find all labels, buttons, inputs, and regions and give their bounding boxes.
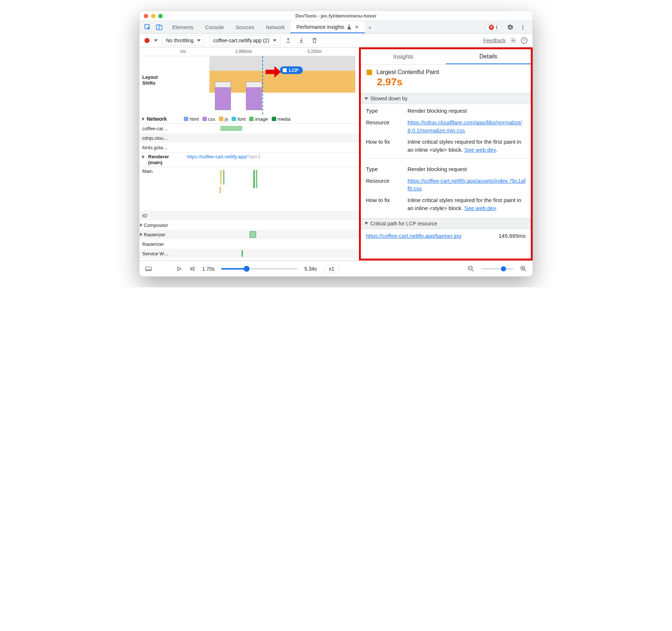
- lcp-marker-badge[interactable]: LCP: [280, 66, 303, 74]
- thread-row[interactable]: Compositor: [139, 220, 359, 230]
- legend-image: image: [255, 116, 268, 122]
- panel-tabbar: Elements Console Sources Network Perform…: [139, 21, 533, 34]
- expand-icon[interactable]: [142, 117, 144, 121]
- chevron-down-icon: [364, 222, 368, 225]
- zoom-in-icon[interactable]: [520, 266, 527, 272]
- record-button[interactable]: [144, 38, 150, 43]
- expand-icon[interactable]: [140, 233, 142, 236]
- detail-row-resource: Resourcehttps://cdnjs.cloudflare.com/aja…: [361, 116, 531, 135]
- ruler-tick: 3,200m: [307, 49, 322, 54]
- detail-row-type: TypeRender blocking request: [361, 104, 531, 116]
- panel-settings-icon[interactable]: [510, 37, 517, 44]
- critical-path-header[interactable]: Critical path for LCP resource: [361, 218, 531, 229]
- close-tab-icon[interactable]: ✕: [355, 24, 359, 30]
- inspect-element-icon[interactable]: [144, 24, 151, 31]
- renderer-url[interactable]: https://coffee-cart.netlify.app/?ad=1: [187, 154, 260, 159]
- error-count: 1: [495, 25, 498, 30]
- help-icon[interactable]: ?: [521, 37, 528, 44]
- thread-name: Compositor: [144, 222, 177, 228]
- svg-rect-10: [146, 269, 151, 270]
- time-end: 5.34s: [304, 266, 317, 272]
- resource-link[interactable]: https://coffee-cart.netlify.app/assets/i…: [408, 178, 526, 192]
- svg-rect-2: [159, 26, 162, 30]
- tab-insights[interactable]: Insights: [361, 49, 446, 64]
- tab-elements[interactable]: Elements: [166, 21, 199, 33]
- layout-shifts-canvas[interactable]: LCP: [180, 56, 359, 115]
- thread-row[interactable]: Service W…: [139, 249, 359, 258]
- throttling-value: No throttling: [166, 38, 193, 43]
- network-row-name: cdnjs.clou…: [142, 135, 180, 141]
- thread-row[interactable]: Rasterizer: [139, 239, 359, 249]
- tab-sources[interactable]: Sources: [230, 21, 260, 33]
- play-icon[interactable]: [176, 266, 182, 272]
- legend-font: font: [237, 116, 246, 122]
- svg-point-6: [513, 39, 514, 41]
- detail-row-fix: How to fixInline critical styles require…: [361, 193, 531, 213]
- feedback-link[interactable]: Feedback: [483, 38, 506, 43]
- section-title: Critical path for LCP resource: [370, 221, 437, 227]
- lcp-square-icon: [283, 68, 287, 72]
- timeline-scrubber[interactable]: [221, 268, 298, 270]
- webdev-link[interactable]: See web.dev: [464, 147, 496, 153]
- more-tabs-button[interactable]: »: [365, 21, 375, 33]
- section-title: Slowed down by: [370, 96, 408, 101]
- tab-label: Performance insights: [296, 24, 344, 30]
- detail-row-resource: Resourcehttps://coffee-cart.netlify.app/…: [361, 174, 531, 194]
- delete-icon[interactable]: [311, 37, 318, 44]
- thread-row[interactable]: IO: [139, 211, 359, 220]
- webdev-link[interactable]: See web.dev: [464, 205, 496, 211]
- tab-performance-insights[interactable]: Performance insights ✕: [290, 21, 365, 33]
- thread-row[interactable]: Rasterizer: [139, 230, 359, 239]
- network-row[interactable]: fonts.gsta…: [139, 143, 359, 152]
- window-title: DevTools - jec.fyi/demo/menu-hover: [139, 13, 533, 19]
- critical-path-row: https://coffee-cart.netlify.app/banner.j…: [361, 229, 531, 243]
- slowed-down-header[interactable]: Slowed down by: [361, 93, 531, 104]
- detail-row-type: TypeRender blocking request: [361, 162, 531, 174]
- tab-details[interactable]: Details: [446, 49, 531, 64]
- recording-select[interactable]: coffee-cart.netlify.app (2): [209, 35, 281, 46]
- network-row[interactable]: coffee-car…: [139, 124, 359, 133]
- legend-media: media: [278, 116, 290, 122]
- resource-link[interactable]: https://cdnjs.cloudflare.com/ajax/libs/n…: [408, 119, 522, 133]
- zoom-out-icon[interactable]: [468, 266, 474, 272]
- thread-row-main[interactable]: Main: [139, 167, 359, 211]
- expand-icon[interactable]: [140, 223, 142, 227]
- device-toolbar-icon[interactable]: [156, 24, 163, 31]
- critical-path-link[interactable]: https://coffee-cart.netlify.app/banner.j…: [366, 233, 461, 239]
- layout-shifts-label: Layout Shifts: [139, 56, 180, 115]
- zoom-level[interactable]: x1: [324, 264, 340, 273]
- svg-rect-9: [146, 267, 151, 271]
- details-panel: Insights Details Largest Contentful Pain…: [359, 47, 533, 260]
- timeline-ruler: ms 2,880ms 3,200m: [139, 47, 359, 56]
- tab-network[interactable]: Network: [260, 21, 290, 33]
- devtools-window: DevTools - jec.fyi/demo/menu-hover Eleme…: [139, 11, 533, 276]
- footer-toolbar: 1.70s 5.34s x1: [139, 260, 533, 276]
- error-badge[interactable]: ✕ 1: [486, 24, 501, 31]
- record-menu-chevron-icon[interactable]: [154, 39, 158, 42]
- network-row-name: fonts.gsta…: [142, 145, 180, 150]
- ruler-tick: ms: [180, 49, 186, 54]
- throttling-select[interactable]: No throttling: [162, 35, 205, 46]
- layout-shift-thumbnail[interactable]: [246, 82, 262, 110]
- detail-row-fix: How to fixInline critical styles require…: [361, 135, 531, 155]
- thread-name: Rasterizer: [142, 241, 180, 247]
- lcp-region: [209, 56, 355, 93]
- network-row-name: coffee-car…: [142, 126, 180, 131]
- layout-shift-thumbnail[interactable]: [215, 82, 231, 110]
- settings-icon[interactable]: [507, 24, 514, 31]
- network-label: Network: [147, 116, 183, 122]
- recording-value: coffee-cart.netlify.app (2): [213, 38, 269, 43]
- skip-start-icon[interactable]: [189, 266, 196, 272]
- network-section-header: Network html css js font image media: [139, 115, 359, 124]
- network-row[interactable]: cdnjs.clou…: [139, 133, 359, 143]
- preview-icon[interactable]: [145, 266, 152, 272]
- tab-console[interactable]: Console: [199, 21, 229, 33]
- renderer-label: Renderer (main): [148, 154, 185, 165]
- import-icon[interactable]: [298, 37, 305, 44]
- zoom-slider[interactable]: [481, 268, 514, 270]
- expand-icon[interactable]: [142, 155, 144, 159]
- export-icon[interactable]: [285, 37, 291, 44]
- kebab-menu-icon[interactable]: [520, 24, 526, 31]
- lcp-title: Largest Contentful Paint: [376, 69, 439, 76]
- details-tabs: Insights Details: [361, 49, 531, 65]
